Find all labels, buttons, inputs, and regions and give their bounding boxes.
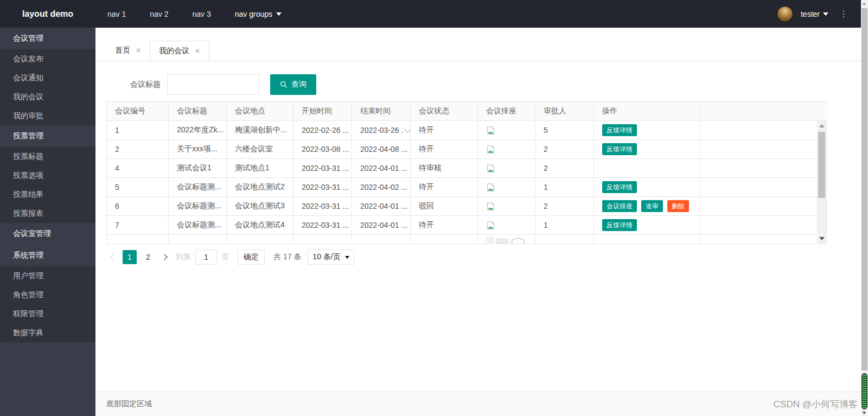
action-button-反馈详情[interactable]: 反馈详情 xyxy=(602,143,637,155)
sidebar-item-投票管理[interactable]: 投票管理 xyxy=(0,125,95,147)
cell-start-time: 2022-03-08 ... xyxy=(293,140,352,158)
prev-page-button[interactable] xyxy=(106,250,120,264)
user-avatar[interactable] xyxy=(777,6,793,22)
nav-groups-dropdown[interactable]: nav groups xyxy=(223,0,293,28)
cell-meeting-id: 6 xyxy=(107,197,169,215)
query-button[interactable]: 查询 xyxy=(270,74,316,95)
sidebar-item-投票选项[interactable]: 投票选项 xyxy=(0,166,95,185)
tab-label: 我的会议 xyxy=(159,46,189,56)
table-row-2: 2关于xxx项...六楼会议室2022-03-08 ...2022-04-08 … xyxy=(107,140,826,159)
cell-partial xyxy=(107,235,169,244)
sidebar-item-会议室管理[interactable]: 会议室管理 xyxy=(0,223,95,245)
chevron-left-icon xyxy=(110,254,116,260)
chevron-down-icon[interactable] xyxy=(405,126,411,133)
table-rows: 12022年度Zk...梅溪湖创新中...2022-02-26 ...2022-… xyxy=(107,121,826,244)
cell-empty xyxy=(700,178,826,196)
sidebar-item-系统管理[interactable]: 系统管理 xyxy=(0,245,95,266)
table-body: 12022年度Zk...梅溪湖创新中...2022-02-26 ...2022-… xyxy=(107,121,826,244)
page-2[interactable]: 2 xyxy=(141,250,155,264)
cell-partial xyxy=(700,235,826,244)
cell-empty xyxy=(700,216,826,234)
confirm-button[interactable]: 确定 xyxy=(238,249,265,265)
nav-item-nav-2[interactable]: nav 2 xyxy=(138,0,180,28)
sidebar-item-会议发布[interactable]: 会议发布 xyxy=(0,49,95,68)
column-header-结束时间: 结束时间 xyxy=(352,102,411,120)
footer: 底部固定区域 CSDN @小何写博客 xyxy=(95,392,861,416)
scroll-down-arrow-icon[interactable] xyxy=(863,412,866,414)
main-content: 首页✕我的会议✕ 会议标题 查询 会议编号会议标题会议地点开始时间结束时间会议状… xyxy=(95,28,861,392)
nav-item-nav-1[interactable]: nav 1 xyxy=(95,0,138,28)
cell-seat-image xyxy=(478,235,535,244)
more-options-icon[interactable]: ⋮ xyxy=(836,9,851,19)
action-button-反馈详情[interactable]: 反馈详情 xyxy=(602,219,637,231)
cell-partial xyxy=(293,235,352,244)
sidebar-item-用户管理[interactable]: 用户管理 xyxy=(0,266,95,285)
page-1[interactable]: 1 xyxy=(123,250,137,264)
action-button-送审[interactable]: 送审 xyxy=(641,200,663,212)
cell-meeting-place: 测试地点1 xyxy=(227,159,293,177)
cell-meeting-title: 会议标题测... xyxy=(169,197,227,215)
meeting-title-input[interactable] xyxy=(167,74,259,95)
end-time-text: 2022-04-01 ... xyxy=(360,164,407,172)
cell-meeting-id: 2 xyxy=(107,140,169,158)
column-header-会议状态: 会议状态 xyxy=(411,102,478,120)
scroll-up-arrow-icon[interactable] xyxy=(819,124,825,127)
sidebar-item-投票标题[interactable]: 投票标题 xyxy=(0,147,95,166)
scroll-up-arrow-icon[interactable] xyxy=(863,2,866,5)
cell-start-time: 2022-03-31 ... xyxy=(293,159,352,177)
action-button-删除[interactable]: 删除 xyxy=(667,200,689,212)
cell-end-time: 2022-03-26 . xyxy=(352,121,411,139)
cell-meeting-title: 会议标题测... xyxy=(169,216,227,234)
broken-image-icon xyxy=(486,202,495,211)
sidebar-item-我的会议[interactable]: 我的会议 xyxy=(0,87,95,106)
next-page-button[interactable] xyxy=(157,250,171,264)
sidebar-item-会议通知[interactable]: 会议通知 xyxy=(0,68,95,87)
action-button-会议排座[interactable]: 会议排座 xyxy=(602,200,637,212)
sidebar-item-投票报表[interactable]: 投票报表 xyxy=(0,204,95,223)
nav-item-nav-3[interactable]: nav 3 xyxy=(181,0,223,28)
cell-actions: 反馈详情 xyxy=(594,216,700,234)
cell-meeting-title: 关于xxx项... xyxy=(169,140,227,158)
tab-首页[interactable]: 首页✕ xyxy=(106,40,150,61)
sidebar-item-权限管理[interactable]: 权限管理 xyxy=(0,304,95,323)
close-icon[interactable]: ✕ xyxy=(195,47,200,55)
sidebar-item-角色管理[interactable]: 角色管理 xyxy=(0,285,95,304)
cell-start-time: 2022-03-31 ... xyxy=(293,197,352,215)
scroll-progress-indicator xyxy=(861,373,867,409)
column-header-操作: 操作 xyxy=(594,102,700,120)
seating-chart-image xyxy=(486,236,527,244)
goto-page-input[interactable] xyxy=(195,249,217,265)
table-row-6: 6会议标题测...会议地点测试32022-03-31 ...2022-04-01… xyxy=(107,197,826,216)
search-form: 会议标题 查询 xyxy=(130,74,861,95)
end-time-text: 2022-04-02 ... xyxy=(360,183,407,191)
action-button-反馈详情[interactable]: 反馈详情 xyxy=(602,124,637,136)
action-button-反馈详情[interactable]: 反馈详情 xyxy=(602,181,637,193)
table-header-row: 会议编号会议标题会议地点开始时间结束时间会议状态会议排座审批人操作 xyxy=(107,102,826,121)
sidebar-menu: 会议管理会议发布会议通知我的会议我的审批投票管理投票标题投票选项投票结果投票报表… xyxy=(0,28,95,342)
browser-scrollbar-thumb[interactable] xyxy=(861,8,867,370)
cell-actions: 反馈详情 xyxy=(594,121,700,139)
broken-image-icon xyxy=(486,221,495,230)
table-vertical-scrollbar[interactable] xyxy=(817,121,826,244)
column-header-会议排座: 会议排座 xyxy=(478,102,535,120)
per-page-select[interactable]: 10 条/页 xyxy=(308,249,354,265)
sidebar-item-数据字典[interactable]: 数据字典 xyxy=(0,323,95,342)
cell-approver: 2 xyxy=(535,140,594,158)
scrollbar-thumb[interactable] xyxy=(818,132,825,198)
pagination: 12 到第 页 确定 共 17 条 10 条/页 xyxy=(106,249,861,265)
cell-empty xyxy=(700,159,826,177)
cell-actions xyxy=(594,159,700,177)
watermark-text: CSDN @小何写博客 xyxy=(774,398,858,411)
tab-我的会议[interactable]: 我的会议✕ xyxy=(150,41,209,61)
sidebar-item-会议管理[interactable]: 会议管理 xyxy=(0,28,95,49)
broken-image-icon xyxy=(486,145,495,154)
scroll-down-arrow-icon[interactable] xyxy=(819,237,825,240)
close-icon[interactable]: ✕ xyxy=(136,47,141,54)
sidebar-item-我的审批[interactable]: 我的审批 xyxy=(0,106,95,125)
sidebar-item-投票结果[interactable]: 投票结果 xyxy=(0,185,95,204)
chevron-right-icon xyxy=(161,254,167,260)
column-header-开始时间: 开始时间 xyxy=(293,102,352,120)
browser-scrollbar[interactable] xyxy=(861,0,868,416)
user-menu[interactable]: tester xyxy=(801,10,828,18)
column-header-会议标题: 会议标题 xyxy=(169,102,227,120)
